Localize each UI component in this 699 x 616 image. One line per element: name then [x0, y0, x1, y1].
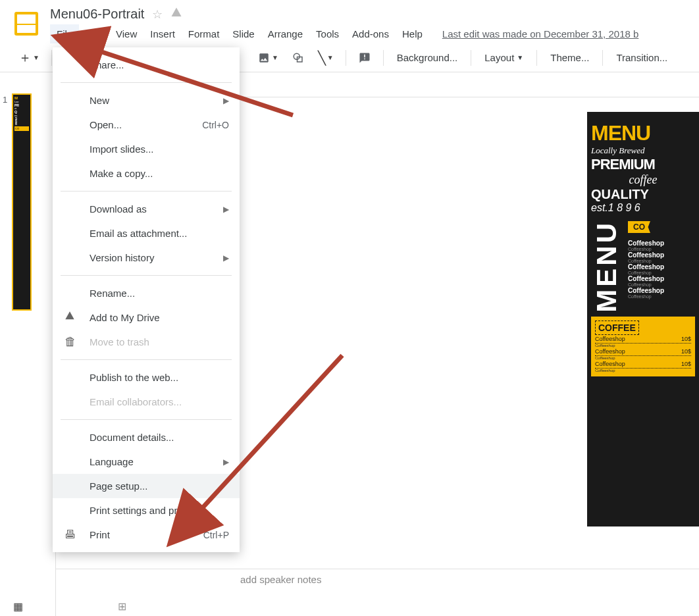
menu-item-version-history[interactable]: Version history▶ [53, 245, 240, 270]
slide-text-locally: Locally Brewed [591, 145, 695, 156]
slide-text-coffee: coffee [591, 173, 695, 187]
menu-item-make-copy[interactable]: Make a copy... [53, 161, 240, 186]
shape-button[interactable] [286, 49, 310, 66]
menubar: File Edit View Insert Format Slide Arran… [50, 24, 699, 43]
slide-text-est: est.1 8 9 6 [591, 202, 695, 214]
drive-icon [65, 311, 75, 324]
layout-button[interactable]: Layout ▼ [478, 48, 530, 67]
menu-item-print[interactable]: 🖶PrintCtrl+P [53, 523, 240, 547]
menu-item-document-details[interactable]: Document details... [53, 425, 240, 449]
slide-coffee-title: COFFEE [595, 321, 639, 335]
file-dropdown-menu: Share... New▶ Open...Ctrl+O Import slide… [53, 47, 240, 552]
slide-thumbnail[interactable]: M Loc PR co Q es MENU CO [12, 93, 32, 311]
menu-item-language[interactable]: Language▶ [53, 449, 240, 474]
slide-item: Coffeeshop [628, 240, 695, 247]
slide-text-menu-vertical: MENU [591, 220, 623, 313]
slide-text-premium: PREMIUM [591, 156, 695, 173]
menu-tools[interactable]: Tools [309, 24, 346, 43]
slide-title-menu: MENU [591, 121, 695, 145]
star-icon[interactable]: ☆ [152, 7, 163, 22]
comment-button[interactable] [353, 49, 376, 66]
transition-button[interactable]: Transition... [609, 48, 674, 67]
last-edit-link[interactable]: Last edit was made on December 31, 2018 … [442, 28, 639, 39]
line-button[interactable]: ╲ ▼ [313, 47, 339, 68]
slide-panel: 1 M Loc PR co Q es MENU CO [0, 86, 56, 616]
menu-item-email-collaborators: Email collaborators... [53, 390, 240, 414]
menu-item-import-slides[interactable]: Import slides... [53, 137, 240, 161]
footer: ▦ ⊞ [0, 596, 699, 616]
menu-edit[interactable]: Edit [79, 24, 109, 43]
grid-view-icon[interactable]: ▦ [13, 600, 23, 613]
menu-item-email-attachment[interactable]: Email as attachment... [53, 221, 240, 245]
menu-item-download-as[interactable]: Download as▶ [53, 197, 240, 221]
slide-canvas[interactable]: MENU Locally Brewed PREMIUM coffee QUALI… [587, 112, 699, 526]
menu-view[interactable]: View [109, 24, 143, 43]
slide-tag-co: CO [628, 221, 650, 233]
menu-file[interactable]: File [50, 24, 79, 43]
drive-status-icon[interactable] [170, 7, 182, 22]
theme-button[interactable]: Theme... [544, 48, 596, 67]
menu-item-publish-web[interactable]: Publish to the web... [53, 365, 240, 390]
menu-format[interactable]: Format [182, 24, 226, 43]
menu-slide[interactable]: Slide [226, 24, 261, 43]
menu-item-page-setup[interactable]: Page setup... [53, 474, 240, 498]
print-icon: 🖶 [65, 528, 76, 542]
speaker-notes[interactable]: add speaker notes [56, 569, 699, 590]
menu-addons[interactable]: Add-ons [346, 24, 396, 43]
menu-item-share[interactable]: Share... [53, 53, 240, 77]
trash-icon: 🗑 [65, 335, 76, 349]
background-button[interactable]: Background... [390, 48, 465, 67]
document-title[interactable]: Menu06-Portrait [50, 7, 144, 22]
menu-help[interactable]: Help [396, 24, 429, 43]
menu-insert[interactable]: Insert [143, 24, 182, 43]
new-slide-button[interactable]: ＋ ▼ [13, 46, 45, 69]
slides-icon [14, 12, 38, 36]
slides-logo[interactable] [13, 11, 39, 37]
menu-arrange[interactable]: Arrange [261, 24, 309, 43]
notes-placeholder: add speaker notes [240, 574, 321, 585]
menu-item-new[interactable]: New▶ [53, 88, 240, 113]
filmstrip-icon[interactable]: ⊞ [118, 600, 126, 613]
image-button[interactable]: ▼ [252, 49, 284, 66]
menu-item-print-settings[interactable]: Print settings and preview [53, 498, 240, 523]
menu-item-move-to-trash: 🗑Move to trash [53, 330, 240, 354]
menu-item-open[interactable]: Open...Ctrl+O [53, 113, 240, 137]
slide-number: 1 [3, 95, 7, 105]
slide-text-quality: QUALITY [591, 187, 695, 202]
menu-item-rename[interactable]: Rename... [53, 281, 240, 305]
menu-item-add-to-drive[interactable]: Add to My Drive [53, 305, 240, 330]
